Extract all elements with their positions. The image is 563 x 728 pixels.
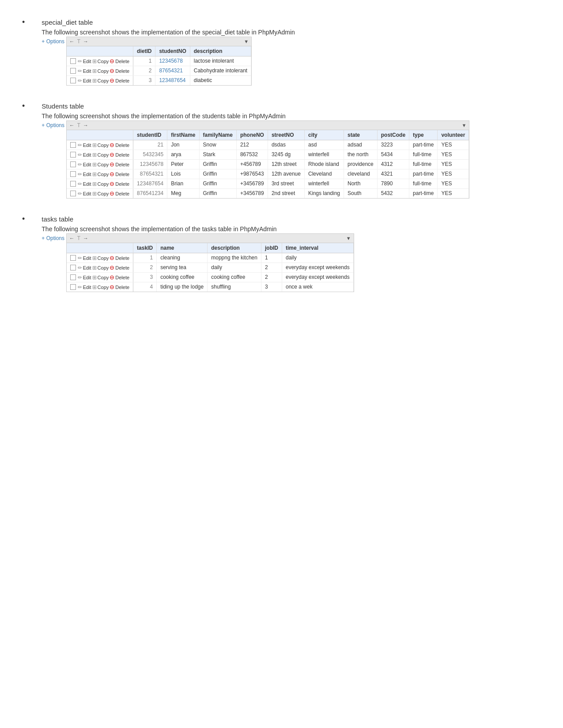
cell-volunteer: YES bbox=[438, 169, 469, 179]
cell-phoneno: +9876543 bbox=[236, 169, 268, 179]
edit-button[interactable]: ✏ Edit bbox=[78, 265, 91, 271]
delete-button[interactable]: ⊖ Delete bbox=[110, 171, 129, 177]
delete-button[interactable]: ⊖ Delete bbox=[110, 180, 129, 187]
row-checkbox[interactable] bbox=[70, 68, 76, 74]
nav-forward-icon[interactable]: → bbox=[83, 122, 88, 128]
edit-button[interactable]: ✏ Edit bbox=[78, 171, 91, 177]
edit-button[interactable]: ✏ Edit bbox=[78, 58, 91, 64]
special-diet-desc: The following screenshot shows the imple… bbox=[42, 29, 295, 36]
pencil-icon: ✏ bbox=[78, 181, 82, 187]
special-diet-section: • special_diet table The following scree… bbox=[22, 18, 541, 86]
table-row: ✏ Edit ⊞ Copy ⊖ Delete 21 Jon Snow 212 d… bbox=[67, 140, 469, 150]
delete-button[interactable]: ⊖ Delete bbox=[110, 161, 129, 168]
cell-state: adsad bbox=[344, 140, 378, 150]
copy-button[interactable]: ⊞ Copy bbox=[92, 78, 109, 84]
cell-postcode: 4321 bbox=[377, 169, 409, 179]
delete-button[interactable]: ⊖ Delete bbox=[110, 68, 129, 74]
delete-button[interactable]: ⊖ Delete bbox=[110, 284, 129, 290]
row-checkbox[interactable] bbox=[70, 152, 76, 158]
edit-button[interactable]: ✏ Edit bbox=[78, 68, 91, 74]
row-checkbox[interactable] bbox=[70, 58, 76, 64]
filter-icon[interactable]: ▼ bbox=[462, 123, 467, 128]
tasks-options[interactable]: + Options bbox=[42, 235, 64, 241]
cell-type: part-time bbox=[409, 169, 438, 179]
edit-button[interactable]: ✏ Edit bbox=[78, 142, 91, 148]
row-checkbox[interactable] bbox=[70, 171, 76, 177]
filter-icon[interactable]: ▼ bbox=[346, 236, 351, 241]
nav-back-icon[interactable]: ← bbox=[69, 235, 75, 241]
col-header-description[interactable]: description bbox=[190, 46, 251, 56]
edit-button[interactable]: ✏ Edit bbox=[78, 161, 91, 168]
copy-button[interactable]: ⊞ Copy bbox=[92, 161, 109, 168]
col-header-description[interactable]: description bbox=[208, 243, 261, 253]
col-header-familyname[interactable]: familyName bbox=[199, 130, 236, 140]
row-checkbox[interactable] bbox=[70, 181, 76, 187]
cell-time-interval: once a wek bbox=[282, 282, 353, 292]
col-header-taskid[interactable]: taskID bbox=[133, 243, 157, 253]
copy-button[interactable]: ⊞ Copy bbox=[92, 68, 109, 74]
col-header-type[interactable]: type bbox=[409, 130, 438, 140]
special-diet-options[interactable]: + Options bbox=[42, 38, 64, 45]
edit-button[interactable]: ✏ Edit bbox=[78, 78, 91, 84]
col-header-name[interactable]: name bbox=[157, 243, 208, 253]
filter-icon[interactable]: ▼ bbox=[244, 39, 249, 44]
edit-button[interactable]: ✏ Edit bbox=[78, 152, 91, 158]
nav-forward-icon[interactable]: → bbox=[83, 38, 88, 45]
row-checkbox[interactable] bbox=[70, 284, 76, 290]
col-header-city[interactable]: city bbox=[304, 130, 344, 140]
row-checkbox[interactable] bbox=[70, 191, 76, 196]
students-table-wrapper: ← T → ▼ studentID firstName familyName bbox=[66, 120, 470, 199]
edit-button[interactable]: ✏ Edit bbox=[78, 181, 91, 187]
cell-type: full-time bbox=[409, 179, 438, 189]
col-header-studentno[interactable]: studentNO bbox=[155, 46, 190, 56]
cell-name: serving tea bbox=[157, 263, 208, 273]
delete-button[interactable]: ⊖ Delete bbox=[110, 274, 129, 281]
edit-button[interactable]: ✏ Edit bbox=[78, 284, 91, 290]
row-checkbox[interactable] bbox=[70, 265, 76, 270]
row-checkbox[interactable] bbox=[70, 255, 76, 261]
col-header-phoneno[interactable]: phoneNO bbox=[236, 130, 268, 140]
delete-button[interactable]: ⊖ Delete bbox=[110, 142, 129, 148]
edit-button[interactable]: ✏ Edit bbox=[78, 191, 91, 197]
copy-icon: ⊞ bbox=[92, 284, 97, 290]
nav-back-icon[interactable]: ← bbox=[69, 122, 75, 128]
nav-forward-icon[interactable]: → bbox=[83, 235, 88, 241]
copy-button[interactable]: ⊞ Copy bbox=[92, 171, 109, 177]
row-checkbox[interactable] bbox=[70, 274, 76, 280]
col-header-volunteer[interactable]: volunteer bbox=[438, 130, 469, 140]
copy-button[interactable]: ⊞ Copy bbox=[92, 152, 109, 158]
col-header-jobid[interactable]: jobID bbox=[261, 243, 282, 253]
row-checkbox[interactable] bbox=[70, 142, 76, 148]
col-header-postcode[interactable]: postCode bbox=[377, 130, 409, 140]
delete-button[interactable]: ⊖ Delete bbox=[110, 255, 129, 261]
edit-button[interactable]: ✏ Edit bbox=[78, 274, 91, 281]
delete-button[interactable]: ⊖ Delete bbox=[110, 151, 129, 158]
delete-button[interactable]: ⊖ Delete bbox=[110, 77, 129, 84]
copy-button[interactable]: ⊞ Copy bbox=[92, 58, 109, 64]
tasks-title: tasks table bbox=[42, 214, 354, 224]
copy-button[interactable]: ⊞ Copy bbox=[92, 191, 109, 197]
col-header-streetno[interactable]: streetNO bbox=[268, 130, 304, 140]
delete-button[interactable]: ⊖ Delete bbox=[110, 190, 129, 197]
col-header-state[interactable]: state bbox=[344, 130, 378, 140]
col-header-time-interval[interactable]: time_interval bbox=[282, 243, 353, 253]
delete-button[interactable]: ⊖ Delete bbox=[110, 58, 129, 64]
copy-button[interactable]: ⊞ Copy bbox=[92, 274, 109, 281]
nav-back-icon[interactable]: ← bbox=[69, 38, 75, 45]
col-header-dietid[interactable]: dietID bbox=[133, 46, 155, 56]
delete-button[interactable]: ⊖ Delete bbox=[110, 264, 129, 271]
row-checkbox[interactable] bbox=[70, 161, 76, 167]
copy-button[interactable]: ⊞ Copy bbox=[92, 255, 109, 261]
students-options[interactable]: + Options bbox=[42, 122, 64, 128]
pencil-icon: ✏ bbox=[78, 152, 82, 158]
edit-button[interactable]: ✏ Edit bbox=[78, 255, 91, 261]
copy-button[interactable]: ⊞ Copy bbox=[92, 265, 109, 271]
copy-button[interactable]: ⊞ Copy bbox=[92, 142, 109, 148]
cell-taskid: 2 bbox=[133, 263, 157, 273]
col-header-firstname[interactable]: firstName bbox=[167, 130, 199, 140]
col-header-studentid[interactable]: studentID bbox=[133, 130, 167, 140]
copy-button[interactable]: ⊞ Copy bbox=[92, 284, 109, 290]
copy-button[interactable]: ⊞ Copy bbox=[92, 181, 109, 187]
row-checkbox[interactable] bbox=[70, 78, 76, 83]
cell-time-interval: daily bbox=[282, 253, 353, 263]
